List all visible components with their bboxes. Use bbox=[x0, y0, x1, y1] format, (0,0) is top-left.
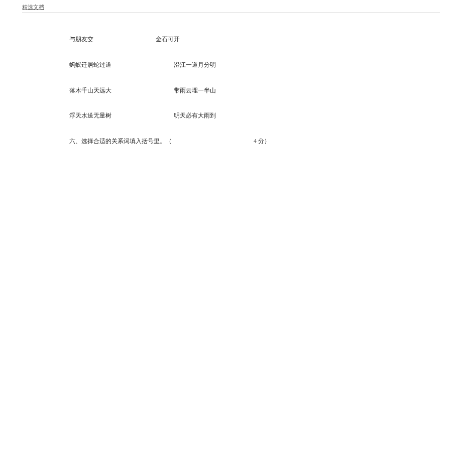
pair-left: 与朋友交 bbox=[69, 35, 156, 44]
document-content: 与朋友交 金石可开 蚂蚁迁居蛇过道 澄江一道月分明 落木千山天远大 带雨云埋一半… bbox=[69, 35, 391, 146]
pair-right: 明天必有大雨到 bbox=[174, 111, 216, 120]
pair-row: 落木千山天远大 带雨云埋一半山 bbox=[69, 86, 391, 95]
pair-row: 浮天水送无量树 明天必有大雨到 bbox=[69, 111, 391, 120]
pair-row: 与朋友交 金石可开 bbox=[69, 35, 391, 44]
pair-left: 蚂蚁迁居蛇过道 bbox=[69, 61, 174, 69]
header-label: 精选文档 bbox=[22, 4, 44, 10]
question-row: 六、选择合适的关系词填入括号里。（ 4 分） bbox=[69, 137, 391, 146]
question-points: 4 分） bbox=[254, 137, 270, 146]
pair-right: 澄江一道月分明 bbox=[174, 61, 216, 69]
pair-right: 带雨云埋一半山 bbox=[174, 86, 216, 95]
page-header: 精选文档 bbox=[22, 4, 440, 13]
question-gap bbox=[172, 137, 254, 146]
pair-left: 浮天水送无量树 bbox=[69, 111, 174, 120]
pair-left: 落木千山天远大 bbox=[69, 86, 174, 95]
pair-row: 蚂蚁迁居蛇过道 澄江一道月分明 bbox=[69, 61, 391, 69]
question-prefix: 六、选择合适的关系词填入括号里。（ bbox=[69, 137, 172, 146]
pair-right: 金石可开 bbox=[156, 35, 180, 44]
